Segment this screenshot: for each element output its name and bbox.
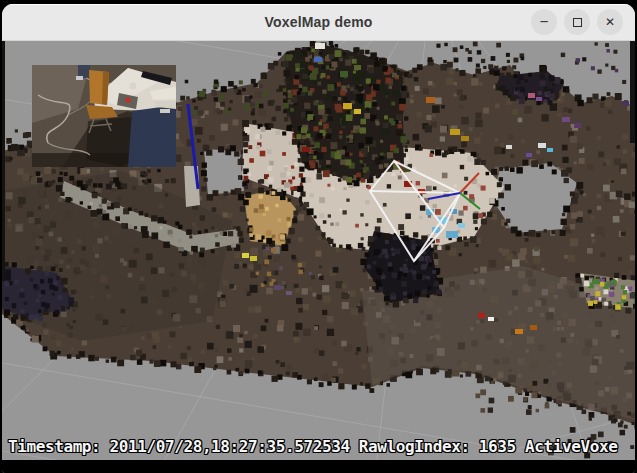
bottom-black-bar [2,460,635,473]
scatter-top-right [561,42,626,84]
titlebar[interactable]: VoxelMap demo ─ ✕ [2,4,635,41]
minimize-button[interactable]: ─ [531,9,557,35]
camera-inset-image [32,65,176,167]
maximize-icon [573,18,582,27]
close-icon: ✕ [605,16,615,28]
window-controls: ─ ✕ [531,4,623,40]
voxelmap-3d-viewport[interactable]: Timestamp: 2011/07/28,18:27:35.572534 Ra… [2,41,635,460]
voxelmap-demo-window: VoxelMap demo ─ ✕ Timestamp: 2011/07/28,… [2,4,635,473]
minimize-icon: ─ [540,16,547,28]
voxel-3d-scene [2,41,635,460]
window-title: VoxelMap demo [264,14,372,30]
status-text: Timestamp: 2011/07/28,18:27:35.572534 Ra… [8,437,617,456]
maximize-button[interactable] [564,9,590,35]
close-button[interactable]: ✕ [597,9,623,35]
